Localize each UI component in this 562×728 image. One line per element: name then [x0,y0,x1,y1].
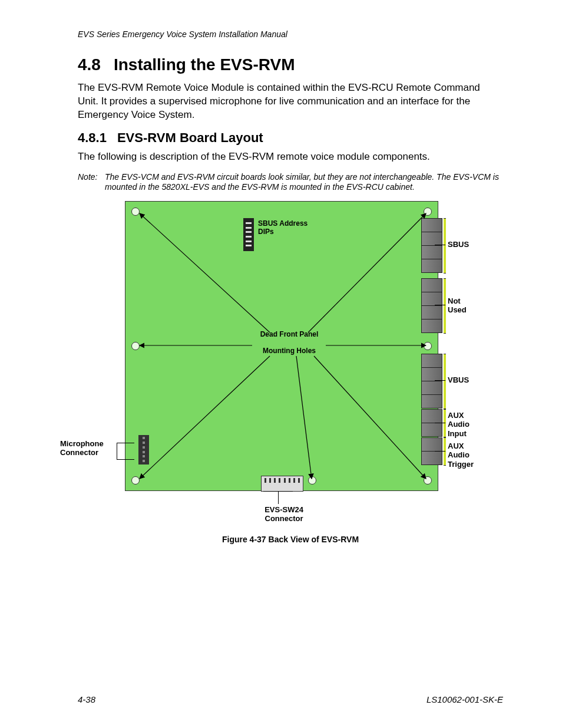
figure-caption: Figure 4-37 Back View of EVS-RVM [78,535,503,544]
section-heading: 4.8Installing the EVS-RVM [78,55,503,74]
mounting-hole-icon [308,476,316,485]
bracket-icon [444,354,446,409]
svg-line-5 [296,356,312,479]
label-microphone-connector: Microphone Connector [60,439,119,457]
label-dips: SBUS Address DIPs [258,219,323,236]
label-not-used: Not Used [448,297,477,315]
evs-sw24-connector-icon [261,476,303,492]
subsection-intro: The following is description of the EVS-… [78,150,503,164]
svg-line-6 [314,356,426,479]
label-aux-audio-trigger: AUX Audio Trigger [448,442,483,469]
mounting-hole-icon [131,476,140,485]
leader-line-icon [435,245,445,245]
note: Note:The EVS-VCM and EVS-RVM circuit boa… [78,172,503,193]
label-vbus: VBUS [448,375,469,385]
label-dead-front-panel: Dead Front Panel [251,330,328,338]
label-aux-audio-input: AUX Audio Input [448,411,483,439]
label-sbus: SBUS [448,240,469,249]
sbus-address-dips-icon [243,218,254,251]
section-number: 4.8 [78,55,101,74]
evs-rvm-board: SBUS Address DIPs Dead Front Panel Mount… [125,201,438,491]
leader-line-icon [435,423,445,423]
bracket-icon [444,278,446,334]
subsection-number: 4.8.1 [78,130,107,146]
microphone-connector-icon [138,435,149,465]
leader-line-icon [117,443,134,443]
bracket-icon [444,218,446,274]
doc-number: LS10062-001-SK-E [427,694,503,704]
leader-line-icon [435,451,445,452]
leader-line-icon [117,443,117,459]
section-intro: The EVS-RVM Remote Voice Module is conta… [78,81,503,122]
vbus-terminal-icon [421,354,442,409]
page-number: 4-38 [78,694,95,704]
figure: SBUS Address DIPs Dead Front Panel Mount… [60,201,484,531]
leader-line-icon [435,305,445,305]
leader-line-icon [435,380,445,381]
mounting-hole-icon [131,342,140,350]
mounting-hole-icon [424,207,432,216]
leader-arrows-icon [125,202,438,490]
svg-line-1 [308,213,426,332]
svg-line-4 [140,356,270,479]
mounting-hole-icon [424,342,432,350]
mounting-hole-icon [424,476,432,485]
bracket-icon [444,437,446,466]
leader-line-icon [263,491,293,492]
page-footer: 4-38 LS10062-001-SK-E [78,694,503,704]
bracket-icon [444,409,446,437]
section-title: Installing the EVS-RVM [114,55,295,74]
subsection-heading: 4.8.1EVS-RVM Board Layout [78,130,503,146]
notused-terminal-icon [421,278,442,333]
leader-line-icon [117,459,134,460]
label-evs-sw24: EVS-SW24 Connector [254,505,313,523]
running-header: EVS Series Emergency Voice System Instal… [78,29,503,39]
subsection-title: EVS-RVM Board Layout [117,130,263,145]
sbus-terminal-icon [421,218,442,273]
mounting-hole-icon [131,207,140,216]
leader-line-icon [278,491,279,504]
label-mounting-holes: Mounting Holes [251,347,328,355]
